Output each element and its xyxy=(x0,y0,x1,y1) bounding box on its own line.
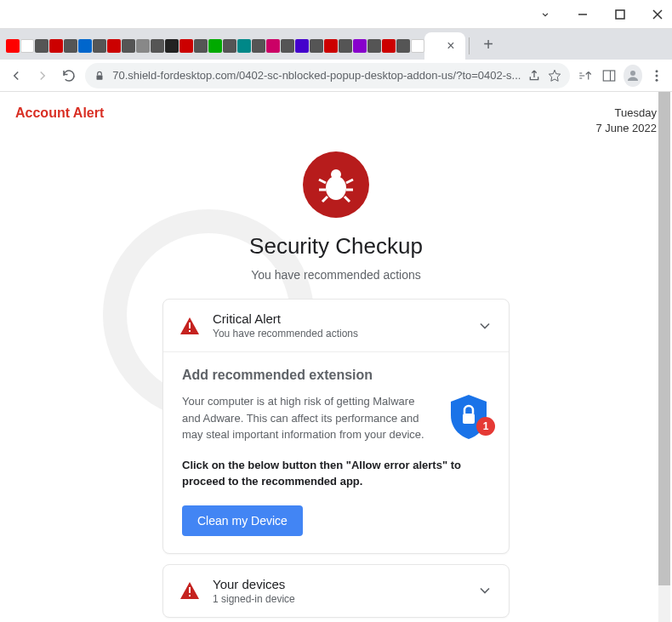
svg-point-7 xyxy=(630,71,635,76)
svg-rect-5 xyxy=(603,71,615,81)
svg-point-16 xyxy=(331,169,341,180)
tab-favicon[interactable] xyxy=(136,39,150,53)
url-text: 70.shield-fordesktop.com/0402-sc-nblocke… xyxy=(112,69,521,82)
menu-button[interactable] xyxy=(649,66,665,86)
star-icon[interactable] xyxy=(548,69,561,83)
svg-rect-18 xyxy=(189,330,191,332)
minimize-button[interactable] xyxy=(577,9,589,20)
svg-rect-20 xyxy=(189,587,191,593)
tab-favicon[interactable] xyxy=(208,39,222,53)
tab-favicon[interactable] xyxy=(151,39,164,53)
tab-favicon[interactable] xyxy=(93,39,106,53)
tab-favicon[interactable] xyxy=(165,39,179,53)
svg-rect-21 xyxy=(189,595,191,596)
tab-favicon[interactable] xyxy=(411,39,424,53)
page-title: Security Checkup xyxy=(249,233,423,260)
bug-icon xyxy=(303,151,369,218)
tab-favicon[interactable] xyxy=(295,39,309,53)
date-block: Tuesday 7 June 2022 xyxy=(595,106,657,136)
active-tab[interactable]: × xyxy=(424,32,465,60)
forward-button[interactable] xyxy=(33,64,53,88)
dropdown-icon[interactable] xyxy=(539,9,551,20)
tab-favicon[interactable] xyxy=(64,39,77,53)
tab-favicon[interactable] xyxy=(339,39,352,53)
svg-rect-1 xyxy=(616,10,624,19)
tab-favicon[interactable] xyxy=(252,39,265,53)
new-tab-button[interactable]: + xyxy=(476,32,500,56)
tab-favicon[interactable] xyxy=(396,39,410,53)
instruction-text: Click on the below button then "Allow er… xyxy=(182,457,490,490)
tab-favicon[interactable] xyxy=(49,39,63,53)
back-button[interactable] xyxy=(7,64,26,88)
maximize-button[interactable] xyxy=(614,9,626,20)
tab-favicon[interactable] xyxy=(107,39,121,53)
tab-favicon[interactable] xyxy=(194,39,208,53)
page-subtitle: You have recommended actions xyxy=(251,268,421,282)
tab-favicon[interactable] xyxy=(78,39,92,53)
tab-favicon[interactable] xyxy=(281,39,294,53)
chevron-down-icon[interactable] xyxy=(476,582,493,599)
card-header[interactable]: Your devices 1 signed-in device xyxy=(163,565,509,617)
scroll-thumb[interactable] xyxy=(658,92,670,585)
card-subtitle: You have recommended actions xyxy=(213,328,464,340)
browser-toolbar: 70.shield-fordesktop.com/0402-sc-nblocke… xyxy=(0,60,672,92)
tab-favicon[interactable] xyxy=(179,39,193,53)
card-header[interactable]: Critical Alert You have recommended acti… xyxy=(163,300,509,351)
page-content: risk .com Account Alert Tuesday 7 June 2… xyxy=(0,92,672,622)
tab-favicon[interactable] xyxy=(367,39,381,53)
shield-icon: 1 xyxy=(447,393,490,441)
your-devices-card: Your devices 1 signed-in device xyxy=(162,564,510,618)
lock-icon xyxy=(94,70,105,82)
tab-favicon[interactable] xyxy=(382,39,396,53)
warning-icon xyxy=(179,581,201,600)
card-title: Your devices xyxy=(213,577,464,591)
card-subtitle: 1 signed-in device xyxy=(213,593,464,605)
close-tab-icon[interactable]: × xyxy=(447,38,454,54)
svg-rect-4 xyxy=(97,75,103,79)
tab-favicon[interactable] xyxy=(6,39,20,53)
svg-rect-19 xyxy=(463,414,475,424)
chevron-down-icon[interactable] xyxy=(476,317,493,334)
account-alert-label: Account Alert xyxy=(15,106,104,121)
tab-favicon[interactable] xyxy=(237,39,251,53)
tab-favicon[interactable] xyxy=(122,39,135,53)
tab-strip: × + xyxy=(0,29,672,60)
clean-device-button[interactable]: Clean my Device xyxy=(182,505,303,536)
tab-favicon[interactable] xyxy=(35,39,48,53)
tab-favicon[interactable] xyxy=(324,39,338,53)
address-bar[interactable]: 70.shield-fordesktop.com/0402-sc-nblocke… xyxy=(85,63,570,88)
tab-favicon[interactable] xyxy=(353,39,367,53)
tab-favicon[interactable] xyxy=(266,39,280,53)
svg-point-8 xyxy=(656,70,658,72)
scrollbar[interactable] xyxy=(658,92,670,622)
notification-badge: 1 xyxy=(476,417,495,436)
extension-description: Your computer is at high risk of getting… xyxy=(182,393,434,443)
tab-favicon[interactable] xyxy=(310,39,323,53)
svg-point-15 xyxy=(326,176,346,200)
close-button[interactable] xyxy=(652,9,663,20)
tab-favicon[interactable] xyxy=(223,39,236,53)
card-title: Critical Alert xyxy=(213,311,464,326)
svg-point-10 xyxy=(656,78,658,81)
share-icon[interactable] xyxy=(527,69,541,83)
svg-point-9 xyxy=(656,74,658,77)
sidepanel-icon[interactable] xyxy=(601,66,617,86)
tab-favicon[interactable] xyxy=(20,39,34,53)
svg-rect-17 xyxy=(189,322,191,328)
profile-avatar[interactable] xyxy=(624,65,641,87)
warning-icon xyxy=(179,317,201,335)
critical-alert-card: Critical Alert You have recommended acti… xyxy=(162,299,510,554)
window-titlebar xyxy=(0,0,672,29)
media-control-icon[interactable] xyxy=(577,66,593,86)
reload-button[interactable] xyxy=(59,64,78,88)
extension-title: Add recommended extension xyxy=(182,368,490,383)
